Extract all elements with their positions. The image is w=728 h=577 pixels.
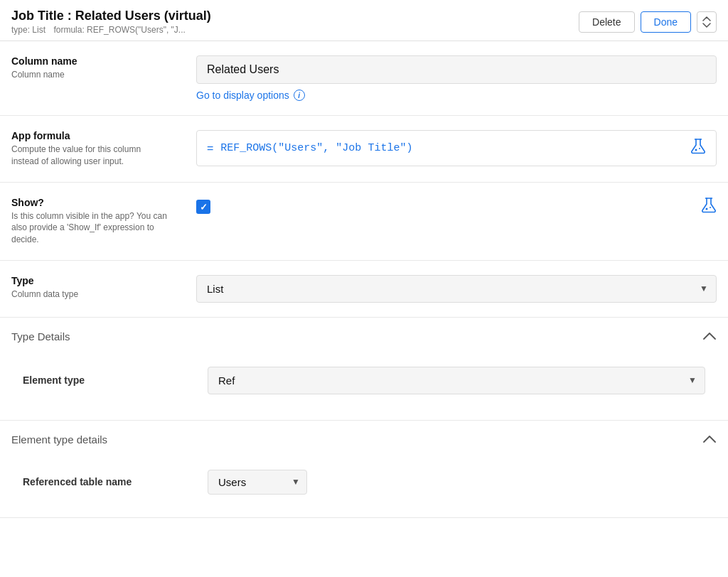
app-formula-content: = REF_ROWS("Users", "Job Title") xyxy=(196,130,717,166)
type-select-wrapper: List Text Number Date ▼ xyxy=(196,275,717,303)
column-name-section: Column name Column name Go to display op… xyxy=(0,41,728,116)
show-flask-icon[interactable] xyxy=(701,197,717,217)
column-name-label: Column name Column name xyxy=(11,55,168,81)
type-content: List Text Number Date ▼ xyxy=(196,275,717,303)
type-select[interactable]: List Text Number Date xyxy=(196,275,717,303)
element-type-select[interactable]: Ref Text Number xyxy=(208,367,705,394)
display-options-link[interactable]: Go to display options i xyxy=(196,90,305,101)
element-type-details-header[interactable]: Element type details xyxy=(0,421,728,458)
header-actions: Delete Done xyxy=(579,11,717,33)
column-name-desc: Column name xyxy=(11,69,168,81)
type-title: Type xyxy=(11,275,168,286)
element-type-content: Ref Text Number ▼ xyxy=(208,367,705,394)
checkbox-wrapper: ✓ xyxy=(196,197,717,217)
app-formula-section: App formula Compute the value for this c… xyxy=(0,116,728,183)
display-options-text: Go to display options xyxy=(196,90,289,101)
done-button[interactable]: Done xyxy=(641,11,691,33)
show-section: Show? Is this column visible in the app?… xyxy=(0,183,728,261)
page-title: Job Title : Related Users (virtual) xyxy=(11,9,211,23)
formula-equals: = xyxy=(207,142,213,155)
header-subtitle: type: List formula: REF_ROWS("Users", "J… xyxy=(11,25,211,35)
type-details-body: Element type Ref Text Number ▼ xyxy=(0,355,728,420)
header: Job Title : Related Users (virtual) type… xyxy=(0,0,728,41)
element-type-label: Element type xyxy=(23,374,179,386)
app-formula-label: App formula Compute the value for this c… xyxy=(11,130,168,168)
show-label: Show? Is this column visible in the app?… xyxy=(11,197,168,246)
type-details-header[interactable]: Type Details xyxy=(0,318,728,355)
element-type-details-section: Element type details Referenced table na… xyxy=(0,421,728,518)
show-content: ✓ xyxy=(196,197,717,217)
type-label-section: Type Column data type xyxy=(11,275,168,301)
checkmark-icon: ✓ xyxy=(200,202,208,212)
formula-code: REF_ROWS("Users", "Job Title") xyxy=(220,142,690,154)
column-name-title: Column name xyxy=(11,55,168,67)
svg-point-1 xyxy=(695,149,697,151)
svg-point-4 xyxy=(706,207,708,210)
formula-input-wrapper[interactable]: = REF_ROWS("Users", "Job Title") xyxy=(196,130,717,166)
ref-table-row: Referenced table name Users Jobs Departm… xyxy=(11,458,717,503)
show-desc: Is this column visible in the app? You c… xyxy=(11,210,168,246)
element-type-details-body: Referenced table name Users Jobs Departm… xyxy=(0,458,728,517)
app-formula-title: App formula xyxy=(11,130,168,141)
element-type-row: Element type Ref Text Number ▼ xyxy=(11,355,717,406)
svg-point-5 xyxy=(710,207,711,208)
ref-table-content: Users Jobs Departments ▼ xyxy=(208,470,705,495)
type-desc: Column data type xyxy=(11,288,168,301)
show-title: Show? xyxy=(11,197,168,208)
svg-point-2 xyxy=(699,148,700,149)
element-type-select-wrapper: Ref Text Number ▼ xyxy=(208,367,705,394)
type-label: type: List xyxy=(11,25,46,35)
flask-icon[interactable] xyxy=(690,138,706,158)
ref-table-label: Referenced table name xyxy=(23,476,179,487)
type-details-title: Type Details xyxy=(11,330,70,343)
users-select-wrapper: Users Jobs Departments ▼ xyxy=(208,470,307,495)
sort-button[interactable] xyxy=(697,11,717,33)
chevron-down-icon xyxy=(702,23,711,28)
delete-button[interactable]: Delete xyxy=(579,11,634,33)
show-checkbox[interactable]: ✓ xyxy=(196,200,210,214)
info-icon: i xyxy=(294,90,305,101)
column-name-input[interactable] xyxy=(196,55,717,84)
header-left: Job Title : Related Users (virtual) type… xyxy=(11,9,211,35)
ref-table-select[interactable]: Users Jobs Departments xyxy=(208,470,307,495)
element-type-details-toggle-icon xyxy=(702,432,717,447)
app-formula-desc: Compute the value for this column instea… xyxy=(11,144,168,168)
type-details-section: Type Details Element type Ref Text Numbe… xyxy=(0,318,728,421)
type-section: Type Column data type List Text Number D… xyxy=(0,261,728,318)
formula-label: formula: REF_ROWS("Users", "J... xyxy=(53,25,185,35)
type-details-toggle-icon xyxy=(702,329,717,344)
element-type-details-title: Element type details xyxy=(11,433,107,446)
chevron-up-icon xyxy=(702,16,711,21)
column-name-content: Go to display options i xyxy=(196,55,717,101)
